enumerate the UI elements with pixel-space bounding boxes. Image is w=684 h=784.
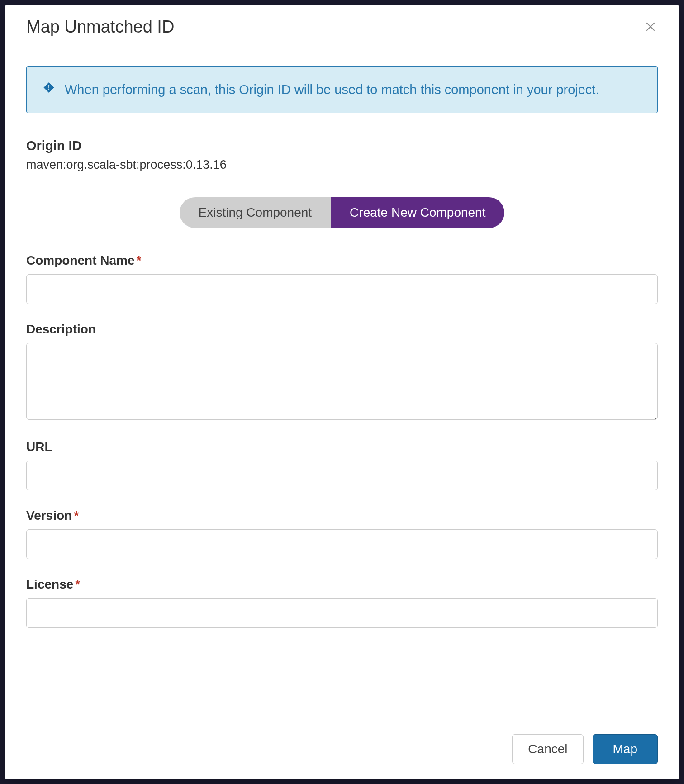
required-indicator: * — [75, 577, 80, 591]
form-group-component-name: Component Name* — [26, 253, 658, 304]
version-input[interactable] — [26, 529, 658, 559]
origin-id-label: Origin ID — [26, 138, 658, 153]
info-banner: ! When performing a scan, this Origin ID… — [26, 66, 658, 113]
modal-backdrop: Map Unmatched ID ! — [0, 0, 684, 784]
cancel-button[interactable]: Cancel — [512, 734, 583, 764]
license-input[interactable] — [26, 598, 658, 628]
component-mode-toggle: Existing Component Create New Component — [26, 197, 658, 228]
version-label-text: Version — [26, 508, 72, 523]
url-label: URL — [26, 440, 658, 454]
form-group-url: URL — [26, 440, 658, 490]
map-button[interactable]: Map — [593, 734, 658, 764]
toggle-pill: Existing Component Create New Component — [180, 197, 505, 228]
component-name-label: Component Name* — [26, 253, 658, 268]
modal-footer: Cancel Map — [5, 722, 679, 779]
tab-existing-component[interactable]: Existing Component — [180, 197, 331, 228]
modal-body-wrap: ! When performing a scan, this Origin ID… — [5, 48, 679, 722]
required-indicator: * — [137, 253, 142, 267]
form-group-license: License* — [26, 577, 658, 628]
required-indicator: * — [74, 508, 79, 523]
component-name-input[interactable] — [26, 274, 658, 304]
close-button[interactable] — [643, 18, 658, 36]
close-icon — [645, 19, 656, 35]
form-group-description: Description — [26, 322, 658, 422]
url-input[interactable] — [26, 461, 658, 490]
component-name-label-text: Component Name — [26, 253, 135, 267]
version-label: Version* — [26, 508, 658, 523]
tab-create-new-component[interactable]: Create New Component — [331, 197, 504, 228]
license-label-text: License — [26, 577, 73, 591]
modal-body[interactable]: ! When performing a scan, this Origin ID… — [5, 48, 679, 722]
origin-id-value: maven:org.scala-sbt:process:0.13.16 — [26, 158, 658, 172]
description-input[interactable] — [26, 343, 658, 420]
info-banner-text: When performing a scan, this Origin ID w… — [65, 79, 599, 100]
form-group-version: Version* — [26, 508, 658, 559]
modal-header: Map Unmatched ID — [5, 5, 679, 48]
modal-title: Map Unmatched ID — [26, 17, 174, 37]
info-icon: ! — [43, 82, 55, 95]
map-unmatched-id-modal: Map Unmatched ID ! — [5, 5, 679, 779]
svg-text:!: ! — [48, 84, 50, 91]
description-label: Description — [26, 322, 658, 337]
license-label: License* — [26, 577, 658, 592]
